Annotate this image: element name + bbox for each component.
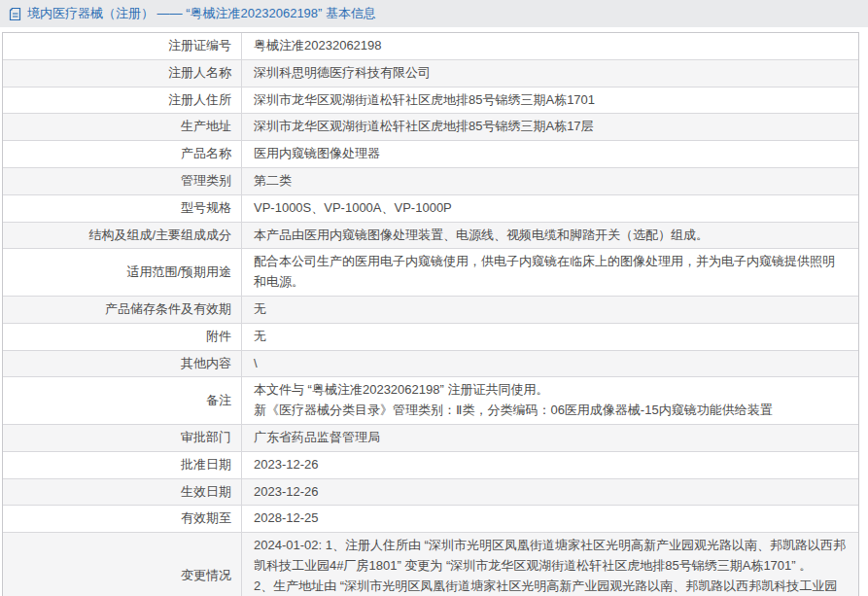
table-row-remarks: 备注 本文件与 “粤械注准20232062198” 注册证共同使用。 新《医疗器… — [3, 377, 858, 425]
registration-info-table: 注册证编号 粤械注准20232062198 注册人名称 深圳科思明德医疗科技有限… — [2, 32, 859, 596]
row-label: 适用范围/预期用途 — [3, 249, 242, 296]
table-row-management-class: 管理类别 第二类 — [3, 168, 858, 195]
table-row-registrant-name: 注册人名称 深圳科思明德医疗科技有限公司 — [3, 60, 858, 88]
row-value: \ — [242, 351, 858, 377]
row-value: 深圳市龙华区观湖街道松轩社区虎地排85号锦绣三期A栋1701 — [242, 88, 858, 114]
row-label: 注册证编号 — [3, 33, 242, 59]
table-row-production-address: 生产地址 深圳市龙华区观湖街道松轩社区虎地排85号锦绣三期A栋17层 — [3, 114, 858, 141]
row-value: 2024-01-02: 1、注册人住所由 “深圳市光明区凤凰街道塘家社区光明高新… — [242, 533, 858, 596]
table-row-effective-date: 生效日期 2023-12-26 — [3, 479, 858, 507]
row-value: 配合本公司生产的医用电子内窥镜使用，供电子内窥镜在临床上的图像处理用，并为电子内… — [242, 249, 858, 296]
document-icon — [9, 7, 22, 21]
row-label: 产品储存条件及有效期 — [3, 297, 242, 323]
row-value: 广东省药品监督管理局 — [242, 425, 858, 451]
table-row-approval-dept: 审批部门 广东省药品监督管理局 — [3, 425, 858, 452]
row-label: 型号规格 — [3, 195, 242, 222]
row-label: 备注 — [3, 377, 242, 424]
row-value: 2028-12-25 — [242, 506, 858, 532]
table-row-intended-use: 适用范围/预期用途 配合本公司生产的医用电子内窥镜使用，供电子内窥镜在临床上的图… — [3, 249, 858, 297]
page-title: 境内医疗器械（注册） —— “粤械注准20232062198” 基本信息 — [27, 5, 376, 22]
row-label: 审批部门 — [3, 425, 242, 451]
row-value: 无 — [242, 324, 858, 350]
table-row-composition: 结构及组成/主要组成成分 本产品由医用内窥镜图像处理装置、电源线、视频电缆和脚踏… — [3, 223, 858, 250]
row-value: VP-1000S、VP-1000A、VP-1000P — [242, 195, 858, 222]
row-value: 第二类 — [242, 168, 858, 194]
row-value: 医用内窥镜图像处理器 — [242, 141, 858, 167]
row-label: 有效期至 — [3, 506, 242, 532]
table-row-change-history: 变更情况 2024-01-02: 1、注册人住所由 “深圳市光明区凤凰街道塘家社… — [3, 533, 858, 596]
row-value: 本文件与 “粤械注准20232062198” 注册证共同使用。 新《医疗器械分类… — [242, 377, 858, 424]
row-label: 产品名称 — [3, 141, 242, 167]
table-row-model-spec: 型号规格 VP-1000S、VP-1000A、VP-1000P — [3, 195, 858, 223]
table-row-attachment: 附件 无 — [3, 324, 858, 351]
row-value: 粤械注准20232062198 — [242, 33, 858, 59]
table-row-reg-number: 注册证编号 粤械注准20232062198 — [3, 33, 858, 60]
row-value: 2023-12-26 — [242, 452, 858, 478]
row-label: 变更情况 — [3, 533, 242, 596]
row-value: 2023-12-26 — [242, 479, 858, 506]
table-row-expiry-date: 有效期至 2028-12-25 — [3, 506, 858, 533]
table-row-approval-date: 批准日期 2023-12-26 — [3, 452, 858, 479]
row-value: 深圳科思明德医疗科技有限公司 — [242, 60, 858, 87]
row-label: 附件 — [3, 324, 242, 350]
row-label: 其他内容 — [3, 351, 242, 377]
table-row-product-name: 产品名称 医用内窥镜图像处理器 — [3, 141, 858, 168]
row-label: 注册人名称 — [3, 60, 242, 87]
table-row-storage-validity: 产品储存条件及有效期 无 — [3, 297, 858, 324]
row-label: 管理类别 — [3, 168, 242, 194]
page-header: 境内医疗器械（注册） —— “粤械注准20232062198” 基本信息 — [0, 0, 868, 27]
row-value: 无 — [242, 297, 858, 323]
table-row-other-content: 其他内容 \ — [3, 351, 858, 378]
row-value: 本产品由医用内窥镜图像处理装置、电源线、视频电缆和脚踏开关（选配）组成。 — [242, 223, 858, 249]
page: 境内医疗器械（注册） —— “粤械注准20232062198” 基本信息 注册证… — [0, 0, 868, 596]
row-label: 批准日期 — [3, 452, 242, 478]
row-label: 生产地址 — [3, 114, 242, 140]
table-row-registrant-address: 注册人住所 深圳市龙华区观湖街道松轩社区虎地排85号锦绣三期A栋1701 — [3, 88, 858, 115]
row-label: 注册人住所 — [3, 88, 242, 114]
row-value: 深圳市龙华区观湖街道松轩社区虎地排85号锦绣三期A栋17层 — [242, 114, 858, 140]
row-label: 生效日期 — [3, 479, 242, 506]
row-label: 结构及组成/主要组成成分 — [3, 223, 242, 249]
